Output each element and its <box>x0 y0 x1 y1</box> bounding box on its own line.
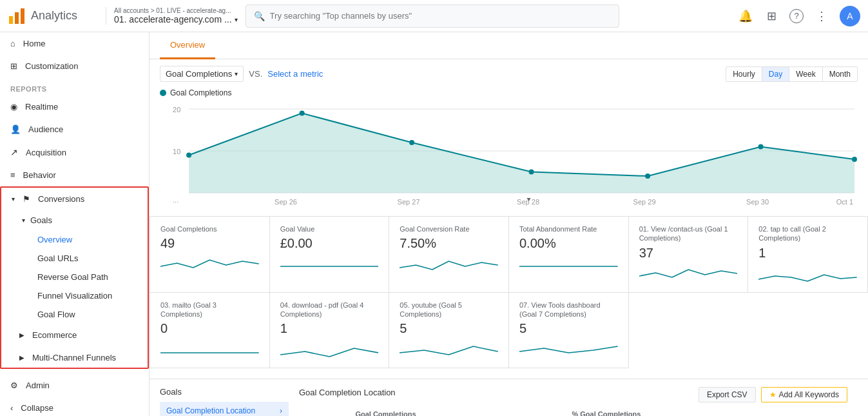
sidebar-item-home-label: Home <box>23 39 46 48</box>
svg-point-14 <box>645 173 650 179</box>
customization-icon: ⊞ <box>10 61 17 71</box>
time-btn-month[interactable]: Month <box>822 67 857 81</box>
goals-nav-item-0[interactable]: Goal Completion Location › <box>160 402 289 416</box>
stat-card-7: 04. download - pdf (Goal 4 Completions) … <box>270 293 390 369</box>
svg-point-16 <box>852 157 857 162</box>
stat-value-9: 5 <box>519 321 618 336</box>
sparkline-9 <box>519 339 618 358</box>
account-breadcrumb: All accounts > 01. LIVE - accelerate-ag.… <box>114 7 238 14</box>
star-icon: ★ <box>769 390 776 399</box>
chart-svg: 20 10 ... <box>160 103 858 206</box>
stat-card-3: Total Abandonment Rate 0.00% <box>509 217 629 293</box>
sidebar-item-goals[interactable]: ▾ Goals <box>1 210 148 230</box>
time-btn-week[interactable]: Week <box>789 67 822 81</box>
arrow-icon: › <box>280 406 282 415</box>
chart-controls: Goal Completions ▾ VS. Select a metric H… <box>149 59 868 88</box>
stat-label-0: Goal Completions <box>160 224 259 233</box>
behavior-icon: ≡ <box>10 170 15 180</box>
reports-section-label: REPORTS <box>0 77 149 95</box>
stat-label-7: 04. download - pdf (Goal 4 Completions) <box>280 301 379 319</box>
col-header-completions: Goal Completions <box>350 408 566 416</box>
sidebar-item-funnel-visualization[interactable]: Funnel Visualization <box>1 286 148 305</box>
sparkline-3 <box>519 253 618 273</box>
sidebar-item-goal-urls[interactable]: Goal URLs <box>1 249 148 268</box>
add-keywords-button[interactable]: ★ Add All Keywords <box>761 387 847 402</box>
svg-text:Sep 26: Sep 26 <box>275 198 297 206</box>
sidebar-item-realtime[interactable]: ◉ Realtime <box>0 95 149 118</box>
svg-text:...: ... <box>173 196 178 204</box>
chevron-down-icon: ▾ <box>235 16 238 23</box>
collapse-label: Collapse <box>21 403 53 413</box>
sidebar-item-ecommerce[interactable]: ▶ Ecommerce <box>1 324 148 346</box>
stat-label-1: Goal Value <box>280 224 379 233</box>
collapse-icon: ‹ <box>10 403 13 413</box>
sidebar-item-overview[interactable]: Overview <box>1 230 148 249</box>
stat-label-2: Goal Conversion Rate <box>400 224 498 233</box>
sparkline-6 <box>160 339 259 358</box>
search-input[interactable] <box>270 11 611 21</box>
grid-icon[interactable]: ⊞ <box>764 8 779 24</box>
sidebar-item-behavior[interactable]: ≡ Behavior <box>0 164 149 186</box>
sparkline-4 <box>639 263 738 282</box>
sidebar-item-reverse-goal-path[interactable]: Reverse Goal Path <box>1 268 148 286</box>
sidebar-item-goal-flow[interactable]: Goal Flow <box>1 305 148 324</box>
stat-card-0: Goal Completions 49 <box>150 217 270 293</box>
header-icons: 🔔 ⊞ ? ⋮ A <box>738 6 860 26</box>
legend-dot <box>160 90 166 96</box>
avatar[interactable]: A <box>840 6 860 26</box>
account-selector[interactable]: All accounts > 01. LIVE - accelerate-ag.… <box>106 7 238 25</box>
svg-marker-9 <box>189 114 854 193</box>
stat-value-5: 1 <box>758 246 857 261</box>
sidebar-item-realtime-label: Realtime <box>25 102 58 112</box>
metric-dropdown-icon: ▾ <box>235 70 238 77</box>
stat-value-7: 1 <box>280 321 379 336</box>
sidebar-item-conversions-label: Conversions <box>38 194 84 204</box>
sidebar-item-multi-channel[interactable]: ▶ Multi-Channel Funnels <box>1 346 148 368</box>
stat-value-8: 5 <box>400 321 498 336</box>
metric-selector[interactable]: Goal Completions ▾ <box>160 66 244 82</box>
sidebar: ⌂ Home ⊞ Customization REPORTS ◉ Realtim… <box>0 32 149 416</box>
sidebar-item-home[interactable]: ⌂ Home <box>0 32 149 55</box>
svg-rect-1 <box>15 12 19 24</box>
stat-card-5: 02. tap to call (Goal 2 Completions) 1 <box>748 217 868 293</box>
svg-point-10 <box>186 153 191 158</box>
realtime-icon: ◉ <box>10 102 17 112</box>
sidebar-item-conversions[interactable]: ▾ ⚑ Conversions <box>1 188 148 210</box>
sparkline-2 <box>400 253 498 273</box>
time-btn-hourly[interactable]: Hourly <box>726 67 762 81</box>
search-bar[interactable]: 🔍 <box>246 5 619 28</box>
bell-icon[interactable]: 🔔 <box>738 8 753 24</box>
sparkline-7 <box>280 339 379 358</box>
goals-nav: Goals Goal Completion Location › Source … <box>160 387 289 416</box>
sidebar-item-acquisition[interactable]: ↗ Acquisition <box>0 141 149 164</box>
account-name[interactable]: 01. accelerate-agency.com ... ▾ <box>114 14 238 25</box>
sidebar-item-settings[interactable]: ⚙ Admin <box>0 374 149 397</box>
table-title: Goal Completion Location <box>299 388 396 397</box>
goal-table: Goal Completions % Goal Completions 1. /… <box>299 408 847 416</box>
home-icon: ⌂ <box>10 39 15 48</box>
more-icon[interactable]: ⋮ <box>814 8 829 24</box>
select-metric-link[interactable]: Select a metric <box>267 69 323 79</box>
help-icon[interactable]: ? <box>789 9 804 23</box>
sidebar-item-audience[interactable]: 👤 Audience <box>0 118 149 141</box>
stat-label-3: Total Abandonment Rate <box>519 224 618 233</box>
export-csv-button[interactable]: Export CSV <box>699 387 756 402</box>
sidebar-collapse-btn[interactable]: ‹ Collapse <box>0 397 149 416</box>
app-title: Analytics <box>31 9 77 23</box>
tab-overview[interactable]: Overview <box>160 32 215 59</box>
svg-text:Sep 27: Sep 27 <box>398 198 420 206</box>
legend-label: Goal Completions <box>170 88 231 97</box>
sparkline-8 <box>400 339 498 358</box>
goal-table-section: Goal Completion Location Export CSV ★ Ad… <box>289 387 858 416</box>
logo-area: Analytics <box>8 7 98 25</box>
svg-point-12 <box>409 140 414 145</box>
stat-value-0: 49 <box>160 236 259 251</box>
ecommerce-label: Ecommerce <box>32 330 77 340</box>
svg-text:Sep 29: Sep 29 <box>633 198 656 206</box>
search-icon: 🔍 <box>254 11 265 21</box>
settings-icon: ⚙ <box>10 381 18 390</box>
svg-point-11 <box>300 111 305 116</box>
analytics-logo <box>8 7 26 25</box>
time-btn-day[interactable]: Day <box>762 67 789 81</box>
sidebar-item-customization[interactable]: ⊞ Customization <box>0 55 149 77</box>
